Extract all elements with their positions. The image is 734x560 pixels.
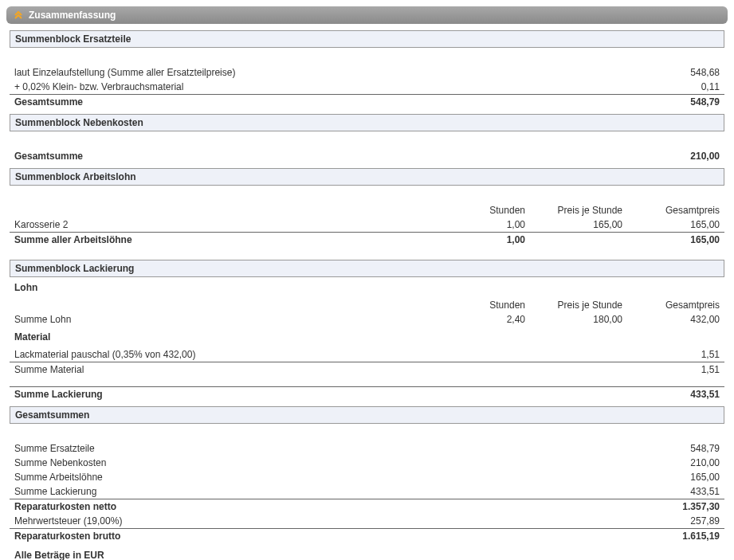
table-row xyxy=(10,189,724,203)
section-ersatzteile-header: Summenblock Ersatzteile xyxy=(10,30,724,48)
col-preis: Preis je Stunde xyxy=(530,203,627,217)
value: 548,79 xyxy=(627,95,724,110)
table-row: Lackmaterial pauschal (0,35% von 432,00)… xyxy=(10,347,724,362)
label: Summe Nebenkosten xyxy=(10,456,627,470)
col-gesamt: Gesamtpreis xyxy=(627,298,724,312)
label: Gesamtsumme xyxy=(10,95,627,110)
label: Summe Lackierung xyxy=(10,387,627,402)
arbeitslohn-table: Stunden Preis je Stunde Gesamtpreis Karo… xyxy=(10,189,724,247)
gesamtsummen-table: Summe Ersatzteile 548,79 Summe Nebenkost… xyxy=(10,427,724,543)
label: Gesamtsumme xyxy=(10,149,627,163)
chevron-double-up-icon xyxy=(13,10,24,21)
table-row-brutto: Reparaturkosten brutto 1.615,19 xyxy=(10,529,724,544)
col-stunden: Stunden xyxy=(433,203,530,217)
table-row: Summe Lohn 2,40 180,00 432,00 xyxy=(10,312,724,327)
header-title: Zusammenfassung xyxy=(29,10,116,21)
value: 210,00 xyxy=(627,149,724,163)
label: Mehrwertsteuer (19,00%) xyxy=(10,514,627,529)
label: Summe Arbeitslöhne xyxy=(10,470,627,484)
col-stunden: Stunden xyxy=(433,298,530,312)
table-row: laut Einzelaufstellung (Summe aller Ersa… xyxy=(10,65,724,80)
value: 0,11 xyxy=(627,80,724,95)
col-gesamt: Gesamtpreis xyxy=(627,203,724,217)
table-row-total: Summe Lackierung 433,51 xyxy=(10,387,724,402)
label: Lackmaterial pauschal (0,35% von 432,00) xyxy=(10,347,627,362)
currency-footnote: Alle Beträge in EUR xyxy=(10,543,724,560)
table-row: + 0,02% Klein- bzw. Verbrauchsmaterial 0… xyxy=(10,80,724,95)
lackierung-total-table: Summe Lackierung 433,51 xyxy=(10,386,724,401)
col-preis: Preis je Stunde xyxy=(530,298,627,312)
label: Reparaturkosten netto xyxy=(10,499,627,515)
table-row-total: Summe aller Arbeitslöhne 1,00 165,00 xyxy=(10,233,724,248)
label: Karosserie 2 xyxy=(10,217,433,233)
value: 1,51 xyxy=(627,362,724,378)
preis: 165,00 xyxy=(530,217,627,233)
table-row: Summe Nebenkosten 210,00 xyxy=(10,456,724,470)
label: Summe Ersatzteile xyxy=(10,441,627,456)
value: 433,51 xyxy=(627,484,724,499)
table-row-total: Gesamtsumme 210,00 xyxy=(10,149,724,163)
gesamt: 165,00 xyxy=(627,233,724,248)
label: Summe Lohn xyxy=(10,312,433,327)
label: Summe Lackierung xyxy=(10,484,627,499)
table-row: Karosserie 2 1,00 165,00 165,00 xyxy=(10,217,724,233)
value: 165,00 xyxy=(627,470,724,484)
label: + 0,02% Klein- bzw. Verbrauchsmaterial xyxy=(10,80,627,95)
table-row: Mehrwertsteuer (19,00%) 257,89 xyxy=(10,514,724,529)
material-subheader: Material xyxy=(10,327,724,344)
value: 548,79 xyxy=(627,441,724,456)
table-row: Summe Arbeitslöhne 165,00 xyxy=(10,470,724,484)
section-nebenkosten-header: Summenblock Nebenkosten xyxy=(10,114,724,131)
label: Summe Material xyxy=(10,362,627,378)
table-row-total: Gesamtsumme 548,79 xyxy=(10,95,724,110)
table-row: Summe Ersatzteile 548,79 xyxy=(10,441,724,456)
value: 1.615,19 xyxy=(627,529,724,544)
table-row: Summe Lackierung 433,51 xyxy=(10,484,724,499)
summary-header: Zusammenfassung xyxy=(6,6,728,24)
label: Summe aller Arbeitslöhne xyxy=(10,233,433,248)
label: Reparaturkosten brutto xyxy=(10,529,627,544)
gesamt: 165,00 xyxy=(627,217,724,233)
column-headers: Stunden Preis je Stunde Gesamtpreis xyxy=(10,298,724,312)
table-row-netto: Reparaturkosten netto 1.357,30 xyxy=(10,499,724,515)
section-arbeitslohn-header: Summenblock Arbeitslohn xyxy=(10,168,724,186)
value: 257,89 xyxy=(627,514,724,529)
value: 548,68 xyxy=(627,65,724,80)
value: 433,51 xyxy=(627,387,724,402)
lackierung-lohn-table: Stunden Preis je Stunde Gesamtpreis Summ… xyxy=(10,298,724,327)
value: 210,00 xyxy=(627,456,724,470)
table-row-total: Summe Material 1,51 xyxy=(10,362,724,378)
table-row xyxy=(10,51,724,65)
lackierung-material-table: Lackmaterial pauschal (0,35% von 432,00)… xyxy=(10,347,724,377)
stunden: 1,00 xyxy=(433,233,530,248)
table-row xyxy=(10,135,724,149)
nebenkosten-table: Gesamtsumme 210,00 xyxy=(10,135,724,163)
table-row xyxy=(10,427,724,441)
lohn-subheader: Lohn xyxy=(10,277,724,295)
value: 1,51 xyxy=(627,347,724,362)
stunden: 1,00 xyxy=(433,217,530,233)
section-gesamtsummen-header: Gesamtsummen xyxy=(10,406,724,424)
value: 1.357,30 xyxy=(627,499,724,515)
stunden: 2,40 xyxy=(433,312,530,327)
gesamt: 432,00 xyxy=(627,312,724,327)
summary-content: Summenblock Ersatzteile laut Einzelaufst… xyxy=(6,30,728,560)
column-headers: Stunden Preis je Stunde Gesamtpreis xyxy=(10,203,724,217)
preis: 180,00 xyxy=(530,312,627,327)
label: laut Einzelaufstellung (Summe aller Ersa… xyxy=(10,65,627,80)
section-lackierung-header: Summenblock Lackierung xyxy=(10,260,724,277)
ersatzteile-table: laut Einzelaufstellung (Summe aller Ersa… xyxy=(10,51,724,109)
